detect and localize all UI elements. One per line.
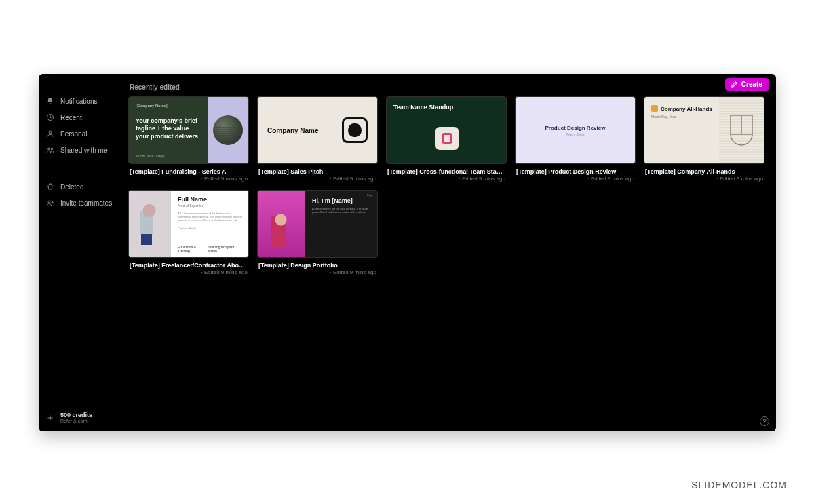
- clock-icon: [45, 113, 55, 121]
- question-icon: ?: [762, 418, 766, 425]
- refer-earn-label: Refer & earn: [60, 419, 92, 423]
- thumb-title: Product Design Review: [545, 125, 606, 131]
- person-photo-icon: [129, 191, 171, 257]
- create-button-label: Create: [741, 81, 762, 88]
- card-edited: · Edited 9 mins ago: [257, 175, 378, 182]
- card-fundraising[interactable]: [Company Name] Your company's brief tagl…: [128, 96, 249, 182]
- credits-widget[interactable]: 500 credits Refer & earn: [39, 409, 128, 426]
- card-edited: · Edited 9 mins ago: [257, 269, 378, 275]
- thumb-footer: Month Year · Stage: [136, 154, 204, 158]
- card-title: [Template] Product Design Review: [515, 164, 636, 175]
- logo-mark-icon: [342, 117, 368, 143]
- card-title: [Template] Design Portfolio: [257, 258, 378, 269]
- app-tile-icon: [435, 127, 459, 150]
- sidebar-item-personal[interactable]: Personal: [39, 125, 128, 142]
- thumb-sub: Month Day, Year: [651, 115, 715, 119]
- card-thumbnail: Company All-Hands Month Day, Year: [644, 96, 764, 164]
- user-plus-icon: [45, 199, 55, 207]
- sidebar-item-recent[interactable]: Recent: [39, 109, 128, 125]
- plus-icon: [45, 414, 55, 422]
- svg-point-1: [49, 131, 52, 134]
- credits-count: 500 credits: [60, 412, 92, 419]
- card-title: [Template] Company All-Hands: [644, 164, 764, 175]
- user-icon: [45, 130, 55, 138]
- section-title: Recently edited: [128, 81, 768, 95]
- thumb-greeting: Hi, I'm [Name]: [312, 197, 372, 204]
- card-thumbnail: Team Name Standup: [386, 96, 507, 164]
- users-icon: [45, 146, 55, 154]
- bell-icon: [45, 97, 55, 105]
- card-title: [Template] Sales Pitch: [257, 164, 378, 175]
- sidebar-item-label: Invite teammates: [60, 199, 112, 207]
- create-button[interactable]: Create: [725, 78, 769, 91]
- watermark: SLIDEMODEL.COM: [691, 480, 787, 490]
- card-grid: [Company Name] Your company's brief tagl…: [128, 95, 768, 275]
- thumb-contact: Contact · Email: [178, 227, 243, 230]
- thumb-title: Company All-Hands: [661, 106, 712, 112]
- card-product-design-review[interactable]: Product Design Review Team · Date [Templ…: [515, 96, 636, 182]
- sidebar-item-label: Recent: [60, 114, 82, 121]
- thumb-top-right: Page: [367, 193, 373, 197]
- card-title: [Template] Fundraising - Series A: [128, 164, 249, 175]
- sidebar-item-label: Notifications: [60, 98, 97, 105]
- card-edited: · Edited 9 mins ago: [128, 175, 249, 182]
- svg-point-2: [48, 148, 50, 150]
- card-title: [Template] Freelancer/Contractor About …: [128, 258, 249, 269]
- thumb-title: Team Name Standup: [387, 97, 506, 111]
- thumb-sub: Team · Date: [566, 132, 585, 136]
- card-company-all-hands[interactable]: Company All-Hands Month Day, Year [Templ…: [644, 96, 764, 182]
- sidebar-item-shared[interactable]: Shared with me: [39, 142, 128, 158]
- sidebar-item-label: Deleted: [60, 183, 83, 191]
- thumb-company-name: Company Name: [267, 127, 319, 134]
- card-thumbnail: [Company Name] Your company's brief tagl…: [128, 96, 249, 164]
- card-team-standup[interactable]: Team Name Standup [Template] Cross-funct…: [386, 96, 507, 182]
- card-sales-pitch[interactable]: Company Name [Template] Sales Pitch · Ed…: [257, 96, 378, 182]
- sidebar-item-label: Personal: [60, 130, 87, 138]
- card-title: [Template] Cross-functional Team Stand…: [386, 164, 507, 175]
- sidebar: Notifications Recent Personal Shared wit…: [39, 74, 128, 431]
- card-freelancer-about[interactable]: Full Name Area of Expertise A 1–2 senten…: [128, 190, 249, 275]
- edit-icon: [731, 81, 738, 88]
- person-photo-icon: [258, 191, 305, 257]
- card-edited: · Edited 9 mins ago: [515, 175, 636, 182]
- card-thumbnail: Your Job Page Hi, I'm [Name] A one-sente…: [257, 190, 378, 258]
- card-edited: · Edited 9 mins ago: [644, 175, 764, 182]
- geometric-graphic-icon: [719, 97, 764, 163]
- sidebar-item-label: Shared with me: [60, 147, 107, 154]
- card-edited: · Edited 9 mins ago: [386, 175, 507, 182]
- card-thumbnail: Full Name Area of Expertise A 1–2 senten…: [128, 190, 249, 258]
- thumb-bottom-left: Education & Training: [178, 245, 208, 253]
- thumb-role: Area of Expertise: [178, 203, 243, 208]
- app-frame: Notifications Recent Personal Shared wit…: [39, 74, 776, 431]
- card-thumbnail: Product Design Review Team · Date: [515, 96, 636, 164]
- trash-icon: [45, 182, 55, 191]
- thumb-bottom-right: Training Program Name: [208, 245, 243, 253]
- company-logo-icon: [651, 105, 658, 112]
- sphere-graphic-icon: [213, 115, 243, 145]
- sidebar-divider: [39, 158, 128, 178]
- thumb-paragraph: A 1–2 sentence overview of the freelance…: [178, 212, 243, 222]
- card-thumbnail: Company Name: [257, 96, 378, 164]
- svg-point-4: [48, 201, 50, 203]
- thumb-full-name: Full Name: [178, 196, 243, 203]
- svg-point-3: [51, 148, 53, 150]
- sidebar-item-invite[interactable]: Invite teammates: [39, 195, 128, 211]
- sidebar-item-notifications[interactable]: Notifications: [39, 93, 128, 109]
- thumb-tagline: Your company's brief tagline + the value…: [136, 117, 204, 140]
- card-edited: · Edited 9 mins ago: [128, 269, 249, 275]
- thumb-paragraph: A one-sentence bio for your portfolio. T…: [312, 207, 372, 214]
- help-button[interactable]: ?: [760, 416, 769, 426]
- thumb-company-label: [Company Name]: [136, 104, 204, 108]
- content-area: Create Recently edited [Company Name] Yo…: [128, 74, 776, 431]
- sidebar-item-deleted[interactable]: Deleted: [39, 178, 128, 195]
- card-design-portfolio[interactable]: Your Job Page Hi, I'm [Name] A one-sente…: [257, 190, 378, 275]
